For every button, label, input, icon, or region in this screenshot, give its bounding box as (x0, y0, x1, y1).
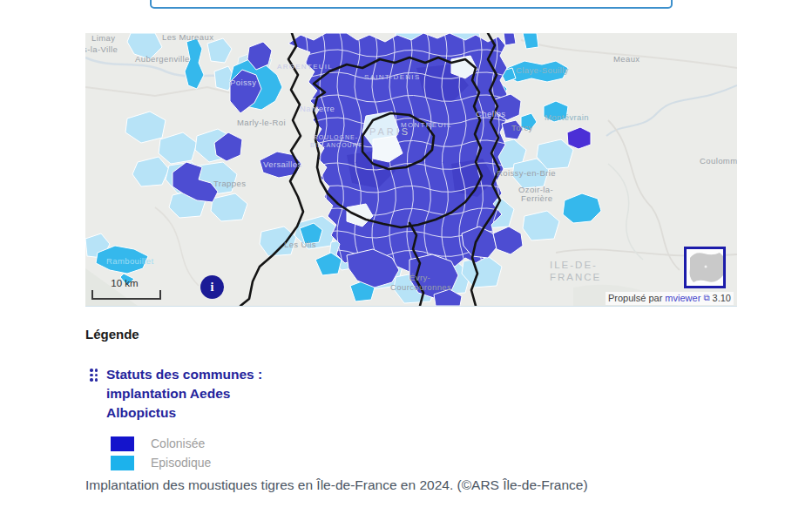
legend-item: Colonisée (111, 434, 211, 453)
map-place-label: Limay (91, 33, 115, 43)
attribution-prefix: Propulsé par (608, 293, 662, 303)
legend-layer-title: Statuts des communes : implantation Aede… (106, 365, 285, 423)
mviewer-link[interactable]: mviewer (665, 293, 700, 303)
map-place-label: Meaux (613, 54, 640, 64)
map-canvas[interactable]: Limays-la-VilleLes MureauxAubergenvilleP… (85, 33, 737, 306)
overview-map-graphic (687, 249, 723, 286)
drag-handle-icon[interactable] (90, 369, 98, 382)
map-place-label: Poissy (230, 78, 256, 87)
map-place-label: Les Ulis (284, 240, 316, 249)
info-button[interactable]: i (200, 275, 224, 299)
map-place-label: SAINT-DENIS (364, 73, 421, 81)
legend-heading: Légende (85, 327, 139, 342)
map-place-label: BOULOGNE- (314, 134, 358, 140)
page: Limays-la-VilleLes MureauxAubergenvilleP… (0, 0, 812, 521)
legend-label: Episodique (151, 456, 211, 470)
map-place-label: Trappes (213, 179, 246, 188)
map-place-label: Courcouronnes (390, 282, 451, 292)
map-place-label: ILE-DE- (550, 260, 598, 270)
map-attribution: Propulsé par mviewer ⧉ 3.10 (606, 292, 734, 305)
map-place-label: ARGENTEUIL (277, 63, 333, 71)
legend-label: Colonisée (151, 436, 205, 450)
legend-item: Episodique (111, 453, 211, 472)
legend-swatch (111, 456, 134, 470)
map-place-label: Aubergenville (135, 54, 190, 64)
legend-items: ColoniséeEpisodique (111, 434, 211, 472)
map-place-label: MONTREUIL (401, 121, 452, 129)
map-place-label: Chelles (476, 109, 505, 118)
legend-swatch (111, 436, 134, 451)
scale-label: 10 km (91, 278, 158, 288)
map-place-label: Les Mureaux (162, 33, 213, 42)
overview-map[interactable] (684, 247, 726, 288)
map-container[interactable]: Limays-la-VilleLes MureauxAubergenvilleP… (85, 33, 737, 307)
map-place-label: s-la-Ville (85, 44, 118, 54)
figure-caption: Implantation des moustiques tigres en Îl… (85, 477, 588, 493)
map-place-label: Montévrain (545, 112, 589, 122)
attribution-version: 3.10 (713, 293, 731, 303)
map-place-label: Torcy (511, 123, 533, 132)
map-place-label: Versailles (263, 159, 302, 169)
map-place-label: Claye-Souilly (516, 65, 569, 75)
map-place-label: Roissy-en-Brie (497, 168, 556, 178)
external-link-icon[interactable]: ⧉ (703, 293, 709, 303)
map-place-label: Ferrière (521, 193, 552, 203)
map-place-label: Nanterre (300, 104, 335, 113)
truncated-top-banner[interactable] (150, 0, 673, 9)
map-place-label: BILLANCOURT (310, 142, 362, 148)
map-place-label: Rambouillet (106, 256, 154, 266)
map-place-label: Évry- (409, 273, 430, 282)
map-place-label: FRANCE (550, 272, 601, 282)
scale-bar (91, 290, 161, 300)
map-place-label: Marly-le-Roi (237, 118, 286, 127)
map-place-label: Coulommiers (700, 156, 737, 166)
